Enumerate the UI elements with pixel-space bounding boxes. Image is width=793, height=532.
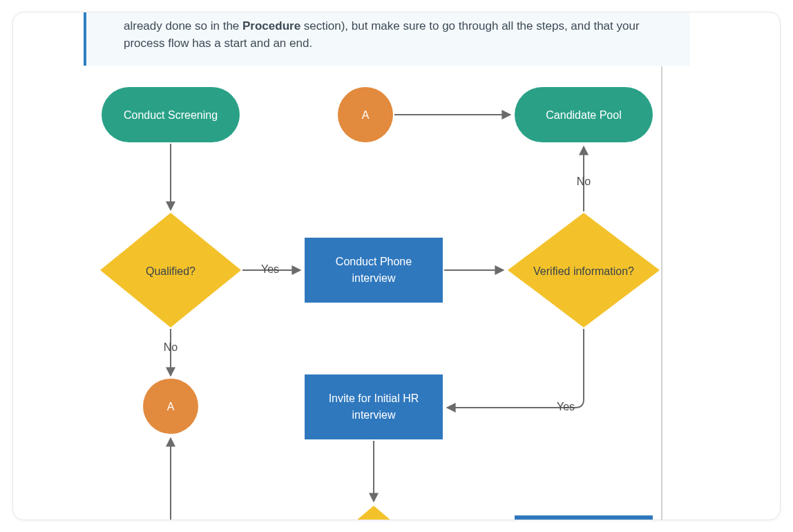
- label-qualified-no: No: [164, 341, 178, 353]
- document-card: already done so in the Procedure section…: [12, 12, 781, 520]
- svg-rect-19: [515, 515, 653, 520]
- svg-text:Conduct Phone: Conduct Phone: [336, 256, 412, 267]
- edge-verified-yes: [447, 329, 584, 408]
- svg-text:Verified information?: Verified information?: [533, 265, 634, 277]
- node-qualified: Qualified?: [100, 213, 241, 327]
- svg-marker-18: [312, 506, 436, 520]
- node-conduct-screening: Conduct Screening: [102, 87, 240, 142]
- svg-text:interview: interview: [352, 409, 396, 421]
- node-connector-a-top: A: [338, 87, 393, 142]
- node-hr-interview: Invite for Initial HR interview: [305, 374, 443, 439]
- svg-text:Conduct Screening: Conduct Screening: [124, 109, 218, 121]
- svg-text:interview: interview: [352, 272, 396, 284]
- node-partial-decision: [312, 506, 436, 520]
- svg-text:A: A: [167, 401, 175, 412]
- flowchart-canvas: Conduct Screening Candidate Pool A Quali…: [13, 12, 781, 520]
- svg-text:Qualified?: Qualified?: [146, 265, 195, 277]
- svg-text:Invite for Initial HR: Invite for Initial HR: [329, 392, 419, 404]
- svg-text:Candidate Pool: Candidate Pool: [546, 109, 621, 121]
- label-verified-no: No: [577, 175, 591, 187]
- node-phone-interview: Conduct Phone interview: [305, 238, 443, 303]
- label-verified-yes: Yes: [557, 401, 575, 412]
- node-candidate-pool: Candidate Pool: [515, 87, 653, 142]
- svg-rect-13: [305, 374, 443, 439]
- svg-rect-10: [305, 238, 443, 303]
- node-verified: Verified information?: [508, 213, 660, 327]
- node-connector-a-left: A: [143, 379, 198, 434]
- svg-text:A: A: [362, 109, 370, 121]
- node-partial-process: [515, 515, 653, 520]
- label-qualified-yes: Yes: [261, 263, 279, 275]
